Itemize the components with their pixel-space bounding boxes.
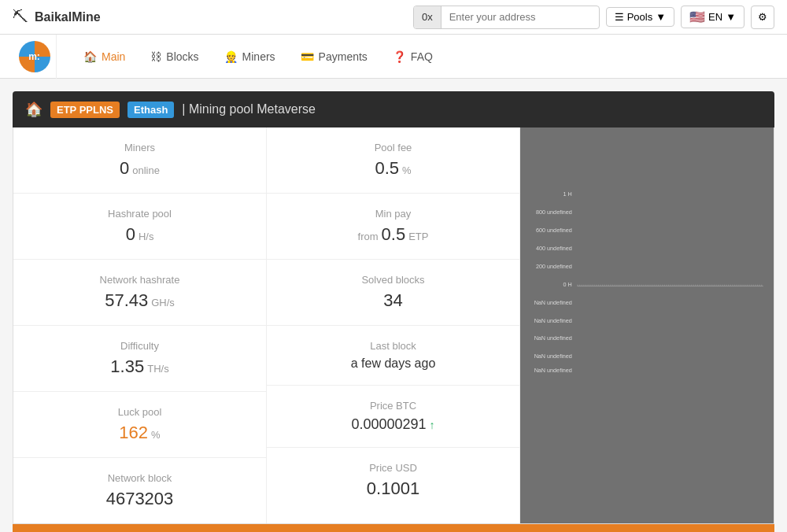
- nav-link-main[interactable]: 🏠 Main: [72, 46, 136, 68]
- stat-price-usd: Price USD 0.1001: [267, 448, 519, 513]
- nav-link-miners[interactable]: 👷 Miners: [213, 46, 286, 68]
- stat-min-pay: Min pay from 0.5 ETP: [267, 194, 519, 260]
- min-pay-unit: ETP: [408, 231, 428, 242]
- min-pay-prefix: from: [358, 231, 379, 242]
- top-nav-right: 0x ☰ Pools ▼ 🇺🇸 EN ▼ ⚙: [413, 6, 774, 29]
- luck-label: Luck pool: [118, 406, 162, 418]
- network-block-label: Network block: [108, 472, 172, 484]
- stat-price-btc: Price BTC 0.00000291 ↑: [267, 386, 519, 448]
- pools-chevron-icon: ▼: [656, 11, 666, 23]
- price-btc-value: 0.00000291: [351, 416, 426, 433]
- pools-icon: ☰: [615, 11, 624, 23]
- chart-y-nan5: NaN undefined: [534, 367, 572, 374]
- pools-button[interactable]: ☰ Pools ▼: [606, 7, 674, 27]
- min-pay-label: Min pay: [375, 208, 412, 220]
- miners-icon: 👷: [224, 50, 238, 63]
- stat-difficulty: Difficulty 1.35 TH/s: [13, 326, 266, 392]
- stat-pool-fee: Pool fee 0.5 %: [267, 127, 519, 194]
- settings-button[interactable]: ⚙: [751, 6, 774, 29]
- top-nav: ⛏ BaikalMine 0x ☰ Pools ▼ 🇺🇸 EN ▼ ⚙: [0, 0, 787, 35]
- pool-fee-label: Pool fee: [375, 142, 412, 153]
- main-nav: 🏠 Main ⛓ Blocks 👷 Miners 💳 Payments ❓ FA…: [72, 46, 444, 68]
- pool-badge-pplns: ETP PPLNS: [50, 102, 120, 118]
- luck-value: 162: [119, 423, 148, 443]
- stat-solved-blocks: Solved blocks 34: [267, 260, 519, 326]
- stat-network-hashrate: Network hashrate 57.43 GH/s: [13, 260, 266, 326]
- nav-miners-label: Miners: [242, 50, 275, 63]
- network-block-value: 4673203: [106, 489, 174, 509]
- nav-link-blocks[interactable]: ⛓ Blocks: [139, 46, 209, 68]
- difficulty-label: Difficulty: [120, 340, 159, 352]
- main-content: Miners 0 online Hashrate pool 0 H/s Netw…: [13, 127, 774, 524]
- chart-y-600: 600 undefined: [536, 227, 572, 234]
- network-hashrate-label: Network hashrate: [100, 274, 180, 286]
- nav-main-label: Main: [102, 50, 125, 63]
- difficulty-value: 1.35: [110, 357, 144, 377]
- payments-icon: 💳: [301, 50, 314, 63]
- lang-label: EN: [708, 11, 722, 23]
- logo-text: BaikalMine: [35, 10, 101, 24]
- hashrate-pool-value: 0: [126, 224, 135, 245]
- pool-fee-unit: %: [402, 164, 412, 176]
- hashrate-pool-unit: H/s: [139, 231, 154, 242]
- miners-label: Miners: [124, 142, 155, 153]
- network-hashrate-value: 57.43: [105, 290, 148, 311]
- miners-value: 0: [120, 158, 129, 179]
- miners-unit: online: [132, 164, 160, 176]
- chart-panel: 1 H 800 undefined 600 undefined 400 unde…: [520, 127, 774, 523]
- sub-nav: m: 🏠 Main ⛓ Blocks 👷 Miners 💳 Payments ❓…: [0, 35, 787, 79]
- faq-icon: ❓: [393, 50, 406, 63]
- pool-header: 🏠 ETP PPLNS Ethash | Mining pool Metaver…: [13, 91, 774, 127]
- solved-blocks-value: 34: [383, 290, 402, 311]
- gear-icon: ⚙: [758, 11, 767, 23]
- price-btc-label: Price BTC: [370, 400, 416, 412]
- pool-fee-value: 0.5: [375, 158, 399, 179]
- price-usd-label: Price USD: [369, 462, 417, 474]
- last-block-label: Last block: [370, 340, 416, 352]
- chart-y-nan4: NaN undefined: [534, 353, 572, 360]
- price-up-icon: ↑: [430, 419, 435, 431]
- chart-y-nan3: NaN undefined: [534, 335, 572, 342]
- nav-link-faq[interactable]: ❓ FAQ: [382, 46, 444, 68]
- lang-chevron-icon: ▼: [726, 11, 736, 23]
- chart-wrapper: 1 H 800 undefined 600 undefined 400 unde…: [528, 135, 766, 427]
- chart-y-nan1: NaN undefined: [534, 299, 572, 306]
- chart-y-800: 800 undefined: [536, 209, 572, 216]
- difficulty-unit: TH/s: [147, 363, 168, 375]
- language-button[interactable]: 🇺🇸 EN ▼: [681, 6, 745, 28]
- sub-logo: m:: [13, 35, 57, 79]
- pool-home-icon: 🏠: [25, 101, 42, 118]
- nav-payments-label: Payments: [319, 50, 368, 63]
- pool-title: | Mining pool Metaverse: [182, 102, 316, 116]
- address-input[interactable]: [442, 11, 599, 23]
- logo-icon: ⛏: [13, 8, 28, 26]
- stat-luck: Luck pool 162 %: [13, 392, 266, 458]
- pool-badge-algo: Ethash: [127, 102, 174, 118]
- stat-hashrate-pool: Hashrate pool 0 H/s: [13, 194, 266, 260]
- home-icon: 🏠: [83, 50, 97, 63]
- min-pay-value: 0.5: [382, 224, 406, 245]
- luck-unit: %: [151, 429, 161, 441]
- logo-area: ⛏ BaikalMine: [13, 8, 101, 26]
- address-bar: 0x: [413, 6, 600, 29]
- pools-label: Pools: [627, 11, 653, 23]
- bottom-bar[interactable]: ⚙ Connect to pool: ETP PPLNS: [13, 524, 774, 532]
- middle-stats-panel: Pool fee 0.5 % Min pay from 0.5 ETP Solv…: [267, 127, 520, 523]
- chart-y-nan2: NaN undefined: [534, 317, 572, 324]
- left-stats-panel: Miners 0 online Hashrate pool 0 H/s Netw…: [13, 127, 267, 523]
- stat-network-block: Network block 4673203: [13, 458, 266, 523]
- chart-title: 1 H: [563, 190, 572, 198]
- nav-blocks-label: Blocks: [166, 50, 198, 63]
- nav-faq-label: FAQ: [411, 50, 433, 63]
- blocks-icon: ⛓: [150, 50, 161, 63]
- solved-blocks-label: Solved blocks: [361, 274, 424, 286]
- nav-link-payments[interactable]: 💳 Payments: [290, 46, 379, 68]
- network-hashrate-unit: GH/s: [151, 297, 175, 308]
- chart-y-0: 0 H: [563, 281, 572, 288]
- chart-y-200: 200 undefined: [536, 263, 572, 270]
- price-usd-value: 0.1001: [367, 478, 419, 499]
- hashrate-pool-label: Hashrate pool: [108, 208, 172, 220]
- address-prefix: 0x: [414, 6, 442, 28]
- logo-letters: m:: [28, 51, 40, 62]
- logo-circle: m:: [19, 41, 50, 72]
